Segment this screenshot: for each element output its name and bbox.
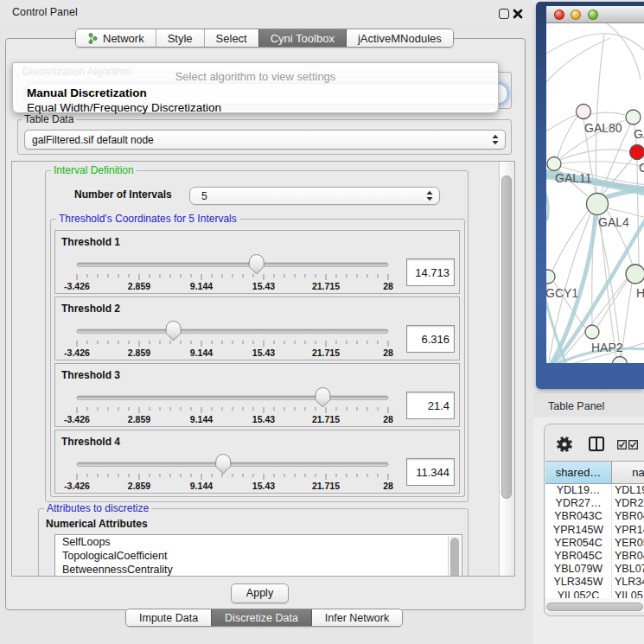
cell-shared-name[interactable]: YIL052C	[545, 590, 612, 599]
table-horizontal-scrollbar[interactable]	[545, 598, 644, 612]
close-icon[interactable]	[512, 7, 524, 20]
cell-name[interactable]: YPR14	[612, 524, 644, 537]
network-edge	[622, 284, 632, 356]
table-row[interactable]: YDR27…YDR27	[545, 497, 644, 510]
threshold-slider[interactable]: -3.4262.8599.14415.4321.71528	[55, 231, 459, 293]
slider-thumb[interactable]	[249, 255, 264, 275]
threshold-slider[interactable]: -3.4262.8599.14415.4321.71528	[55, 430, 459, 493]
float-window-icon[interactable]	[499, 9, 509, 19]
zoom-traffic-light-icon[interactable]	[588, 10, 598, 20]
unselect-all-checkbox-icon[interactable]	[628, 440, 638, 450]
attributes-list-scrollbar-thumb[interactable]	[450, 538, 459, 577]
threshold-value-field[interactable]: 14.713	[406, 258, 455, 286]
algorithm-item-equal-width-frequency[interactable]: Equal Width/Frequency Discretization	[27, 101, 221, 114]
tab-infer-network[interactable]: Infer Network	[311, 609, 402, 626]
cell-shared-name[interactable]: YDR27…	[545, 497, 612, 510]
cell-shared-name[interactable]: YLR345W	[545, 576, 612, 589]
cell-name[interactable]: YDR27	[612, 497, 644, 510]
network-canvas[interactable]: GAL80GACGAL11GAL4GCY1HHAP2	[546, 23, 644, 363]
tab-network[interactable]: Network	[76, 29, 156, 47]
table-row[interactable]: YER054CYER05	[545, 537, 644, 550]
slider-thumb[interactable]	[316, 388, 330, 408]
table-horizontal-scrollbar-thumb[interactable]	[546, 603, 643, 611]
cell-shared-name[interactable]: YBR045C	[545, 550, 612, 563]
network-node-c[interactable]	[630, 145, 644, 160]
table-row[interactable]: YLR345WYLR34	[545, 576, 644, 589]
slider-thumb[interactable]	[166, 322, 181, 341]
network-graph: GAL80GACGAL11GAL4GCY1HHAP2	[546, 23, 644, 363]
table-row[interactable]: YIL052CYIL05	[545, 590, 644, 599]
column-header-shared-name[interactable]: shared…	[545, 461, 612, 484]
network-node-label: GCY1	[546, 286, 578, 300]
threshold-panel-4: Threshold 4-3.4262.8599.14415.4321.71528…	[54, 430, 460, 494]
close-traffic-light-icon[interactable]	[554, 10, 564, 20]
network-node-gal11[interactable]	[547, 157, 561, 171]
network-edge	[607, 23, 641, 80]
cell-shared-name[interactable]: YPR145W	[545, 524, 612, 537]
threshold-value-field[interactable]: 6.316	[406, 325, 455, 353]
tab-impute-data[interactable]: Impute Data	[126, 609, 211, 626]
threshold-value-field[interactable]: 21.4	[406, 392, 455, 419]
cell-shared-name[interactable]: YBL079W	[545, 563, 612, 576]
threshold-slider[interactable]: -3.4262.8599.14415.4321.71528	[55, 364, 459, 426]
table-row[interactable]: YBR043CYBR04	[545, 510, 644, 523]
network-node-label: GA	[634, 127, 644, 141]
table-row[interactable]: YPR145WYPR14	[545, 524, 644, 537]
settings-scrollbar[interactable]	[499, 162, 514, 576]
attribute-list-item[interactable]: TopologicalCoefficient	[55, 549, 462, 563]
cell-shared-name[interactable]: YER054C	[545, 537, 612, 550]
network-node-h[interactable]	[626, 265, 644, 284]
table-data-combobox[interactable]: galFiltered.sif default node	[24, 130, 506, 150]
cell-shared-name[interactable]: YDL19…	[545, 484, 612, 497]
settings-scrollbar-thumb[interactable]	[501, 175, 512, 499]
network-icon	[87, 33, 99, 44]
cell-name[interactable]: YER05	[612, 537, 644, 550]
minimize-traffic-light-icon[interactable]	[571, 10, 581, 20]
algorithm-item-manual-discretization[interactable]: Manual Discretization	[27, 86, 147, 99]
tab-style[interactable]: Style	[156, 29, 204, 47]
svg-text:15.43: 15.43	[252, 348, 275, 358]
table-row[interactable]: YBL079WYBL07	[545, 563, 644, 576]
network-edge	[546, 34, 644, 54]
cell-name[interactable]: YIL05	[612, 590, 644, 599]
cell-name[interactable]: YDL19	[612, 484, 644, 497]
svg-text:21.715: 21.715	[312, 281, 340, 291]
algorithm-placeholder-item[interactable]: Select algorithm to view settings	[13, 70, 498, 83]
cell-shared-name[interactable]: YBR043C	[545, 510, 612, 523]
table-row[interactable]: YBR045CYBR04	[545, 550, 644, 563]
svg-text:9.144: 9.144	[190, 481, 213, 491]
threshold-value-field[interactable]: 11.344	[406, 458, 455, 486]
combobox-stepper-icon	[492, 134, 499, 145]
attribute-list-item[interactable]: BetweennessCentrality	[55, 563, 462, 577]
attributes-list-scrollbar[interactable]	[448, 536, 461, 577]
slider-thumb[interactable]	[216, 455, 231, 475]
numerical-attributes-list[interactable]: SelfLoopsTopologicalCoefficientBetweenne…	[54, 534, 462, 577]
network-node-hap2[interactable]	[585, 325, 599, 339]
apply-button[interactable]: Apply	[231, 583, 289, 603]
gear-icon[interactable]	[556, 436, 573, 453]
network-node-ga[interactable]	[626, 110, 641, 124]
svg-text:9.144: 9.144	[190, 414, 213, 424]
cell-name[interactable]: YBR04	[612, 550, 644, 563]
column-browser-icon[interactable]	[589, 437, 604, 451]
tab-label: Network	[103, 32, 144, 45]
column-header-name[interactable]: name	[612, 461, 644, 484]
network-node-gcy1[interactable]	[546, 270, 555, 284]
select-all-checkbox-icon[interactable]	[617, 440, 627, 450]
tab-discretize-data[interactable]: Discretize Data	[211, 609, 311, 626]
tab-select[interactable]: Select	[204, 29, 258, 47]
cell-name[interactable]: YBL07	[612, 563, 644, 576]
tab-cyni-toolbox[interactable]: Cyni Toolbox	[258, 29, 346, 47]
network-node-gal80[interactable]	[577, 105, 591, 119]
network-node[interactable]	[613, 357, 628, 364]
tab-jactivemnodules[interactable]: jActiveMNodules	[346, 29, 453, 47]
cell-name[interactable]: YLR34	[612, 576, 644, 589]
threshold-slider[interactable]: -3.4262.8599.14415.4321.71528	[55, 297, 459, 360]
number-of-intervals-combobox[interactable]: 5	[189, 187, 440, 205]
network-edge	[591, 112, 625, 115]
attribute-list-item[interactable]: SelfLoops	[55, 535, 462, 549]
network-node-gal4[interactable]	[587, 194, 609, 215]
cell-name[interactable]: YBR04	[612, 510, 644, 523]
svg-text:-3.426: -3.426	[64, 281, 90, 291]
table-row[interactable]: YDL19…YDL19	[545, 484, 644, 497]
